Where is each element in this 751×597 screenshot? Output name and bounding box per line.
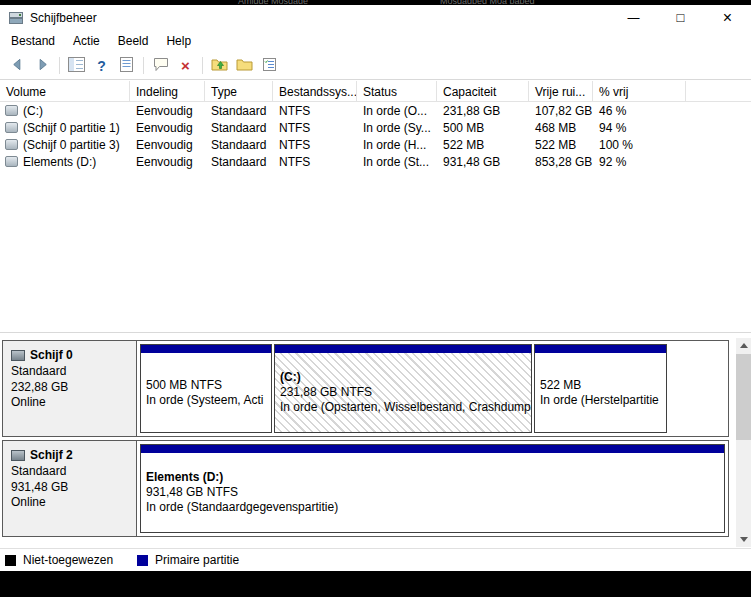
partition-system-reserved[interactable]: 500 MB NTFS In orde (Systeem, Acti: [140, 344, 272, 433]
disk-info-0[interactable]: Schijf 0 Standaard 232,88 GB Online: [3, 341, 137, 436]
column-header-indeling[interactable]: Indeling: [130, 81, 205, 101]
cell-capaciteit: 931,48 GB: [437, 155, 529, 169]
disk-type: Standaard: [11, 364, 136, 380]
close-button[interactable]: ×: [704, 5, 751, 30]
titlebar[interactable]: Schijfbeheer — □ ×: [0, 5, 751, 30]
back-button[interactable]: [6, 54, 29, 77]
cell-bestandssysteem: NTFS: [273, 138, 357, 152]
cell-bestandssysteem: NTFS: [273, 155, 357, 169]
toolbar: ? ×: [0, 52, 751, 80]
help-button[interactable]: ?: [90, 54, 113, 77]
vertical-scrollbar[interactable]: [736, 338, 751, 547]
cell-type: Standaard: [205, 104, 273, 118]
volume-name: Elements (D:): [23, 155, 96, 169]
cell-indeling: Eenvoudig: [130, 155, 205, 169]
cell-capaciteit: 231,88 GB: [437, 104, 529, 118]
column-header-vrije-ruimte[interactable]: Vrije rui...: [529, 81, 593, 101]
cell-bestandssysteem: NTFS: [273, 121, 357, 135]
cell-status: In orde (St...: [357, 155, 437, 169]
column-header-filler: [686, 81, 751, 101]
maximize-button[interactable]: □: [657, 5, 704, 30]
volume-row-elements[interactable]: Elements (D:) Eenvoudig Standaard NTFS I…: [0, 153, 751, 170]
volume-name: (C:): [23, 104, 43, 118]
partition-size-line: 931,48 GB NTFS: [146, 485, 719, 500]
menu-help[interactable]: Help: [157, 31, 200, 51]
partition-recovery[interactable]: 522 MB In orde (Herstelpartitie: [534, 344, 667, 433]
cell-capaciteit: 522 MB: [437, 138, 529, 152]
cell-vrije-ruimte: 522 MB: [529, 138, 593, 152]
disk-info-2[interactable]: Schijf 2 Standaard 931,48 GB Online: [3, 441, 137, 536]
volume-row-partitie3[interactable]: (Schijf 0 partitie 3) Eenvoudig Standaar…: [0, 136, 751, 153]
disk-name: Schijf 2: [30, 448, 73, 464]
cell-status: In orde (Sy...: [357, 121, 437, 135]
partition-c[interactable]: (C:) 231,88 GB NTFS In orde (Opstarten, …: [274, 344, 532, 433]
cell-vrije-ruimte: 107,82 GB: [529, 104, 593, 118]
partition-status-line: In orde (Opstarten, Wisselbestand, Crash…: [280, 400, 526, 415]
menu-bestand[interactable]: Bestand: [2, 31, 64, 51]
disk-row-2: Schijf 2 Standaard 931,48 GB Online Elem…: [2, 440, 729, 537]
menu-beeld[interactable]: Beeld: [109, 31, 158, 51]
cell-pct-vrij: 100 %: [593, 138, 686, 152]
export-list-button[interactable]: [115, 54, 138, 77]
disk-name: Schijf 0: [30, 348, 73, 364]
partition-elements-d[interactable]: Elements (D:) 931,48 GB NTFS In orde (St…: [140, 444, 725, 533]
legend-primary: Primaire partitie: [137, 553, 239, 567]
console-tree-icon: [68, 57, 85, 75]
cell-capaciteit: 500 MB: [437, 121, 529, 135]
column-header-type[interactable]: Type: [205, 81, 273, 101]
disk-icon: [11, 450, 25, 461]
column-header-volume[interactable]: Volume: [0, 81, 130, 101]
delete-icon: ×: [181, 58, 190, 73]
forward-button[interactable]: [31, 54, 54, 77]
menubar: Bestand Actie Beeld Help: [0, 30, 751, 52]
primary-partition-bar: [141, 345, 271, 353]
volume-icon: [5, 156, 18, 167]
chevron-down-icon: [740, 537, 748, 542]
disk-status: Online: [11, 395, 136, 411]
disk-partitions-0: 500 MB NTFS In orde (Systeem, Acti (C:) …: [137, 341, 728, 436]
back-arrow-icon: [10, 57, 25, 75]
legend-bar: Niet-toegewezen Primaire partitie: [0, 548, 751, 571]
chevron-up-icon: [740, 343, 748, 348]
properties-button[interactable]: [149, 54, 172, 77]
disk-size: 931,48 GB: [11, 480, 136, 496]
partition-label: Elements (D:): [146, 470, 719, 485]
disk-management-app-icon: [8, 10, 24, 26]
window-controls: — □ ×: [610, 5, 751, 30]
cell-indeling: Eenvoudig: [130, 138, 205, 152]
volume-icon: [5, 105, 18, 116]
scroll-down-button[interactable]: [736, 532, 751, 547]
primary-partition-swatch-icon: [137, 555, 148, 566]
volume-row-partitie1[interactable]: (Schijf 0 partitie 1) Eenvoudig Standaar…: [0, 119, 751, 136]
partition-status-line: In orde (Systeem, Acti: [146, 393, 266, 408]
toolbar-separator: [143, 57, 144, 74]
folder-button[interactable]: [233, 54, 256, 77]
volume-list-pane: Volume Indeling Type Bestandssys... Stat…: [0, 81, 751, 332]
export-list-icon: [119, 57, 134, 75]
scrollbar-thumb[interactable]: [736, 354, 751, 440]
column-header-bestandssysteem[interactable]: Bestandssys...: [273, 81, 357, 101]
delete-button[interactable]: ×: [174, 54, 197, 77]
minimize-button[interactable]: —: [610, 5, 657, 30]
folder-up-icon: [211, 57, 228, 74]
console-tree-button[interactable]: [65, 54, 88, 77]
partition-label: (C:): [280, 370, 526, 385]
volume-row-c[interactable]: (C:) Eenvoudig Standaard NTFS In orde (O…: [0, 102, 751, 119]
folder-up-button[interactable]: [208, 54, 231, 77]
column-header-capaciteit[interactable]: Capaciteit: [437, 81, 529, 101]
disk-type: Standaard: [11, 464, 136, 480]
column-header-status[interactable]: Status: [357, 81, 437, 101]
background-strip-bottom: [0, 571, 751, 597]
column-header-pct-vrij[interactable]: % vrij: [593, 81, 686, 101]
task-list-icon: [262, 57, 277, 75]
primary-partition-bar: [275, 345, 531, 353]
task-list-button[interactable]: [258, 54, 281, 77]
scroll-up-button[interactable]: [736, 338, 751, 353]
cell-pct-vrij: 46 %: [593, 104, 686, 118]
cell-vrije-ruimte: 468 MB: [529, 121, 593, 135]
cell-indeling: Eenvoudig: [130, 121, 205, 135]
unallocated-swatch-icon: [5, 555, 16, 566]
menu-actie[interactable]: Actie: [64, 31, 109, 51]
volume-name: (Schijf 0 partitie 1): [23, 121, 120, 135]
cell-pct-vrij: 94 %: [593, 121, 686, 135]
